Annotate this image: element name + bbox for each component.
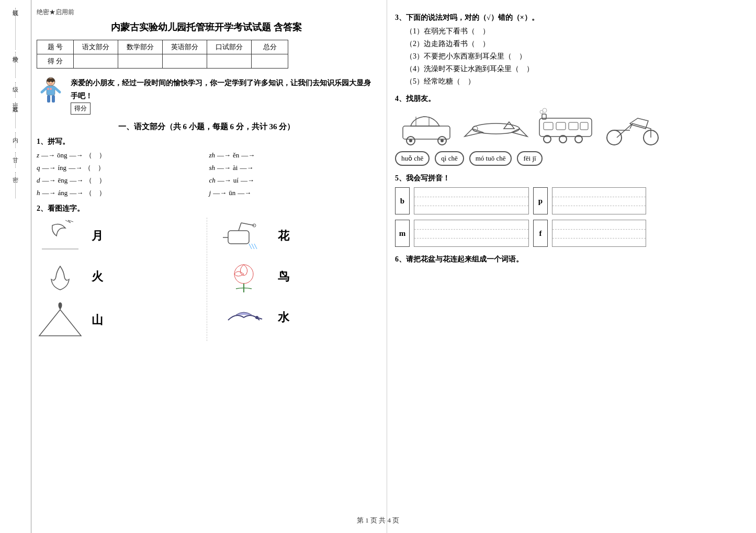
table-header-6: 总分	[252, 40, 288, 54]
q5-section: 5、我会写拼音！ b p m	[395, 174, 746, 247]
pinyin-sh: sh	[209, 164, 216, 172]
q1-pinyin-grid: z —→ ōng —→ （ ） zh —→ ěn —→ q —→ íng —→ …	[37, 151, 376, 198]
svg-line-16	[249, 244, 252, 249]
q4-section: 4、找朋友。	[395, 94, 746, 166]
score-table: 题 号 语文部分 数学部分 英语部分 口试部分 总分 得 分	[37, 40, 288, 69]
arrow-6: —→	[69, 164, 82, 172]
bird-illustration	[218, 258, 270, 295]
arrow-13: —→	[42, 189, 56, 197]
table-header-1: 题 号	[37, 40, 74, 54]
table-score-4	[207, 54, 252, 69]
q4-word-row: huǒ chē qì chē mó tuō chē fēi jī	[395, 151, 746, 166]
q4-train-img	[534, 108, 597, 147]
write-box-m	[414, 220, 529, 247]
spine-dotted-6	[15, 152, 16, 168]
pinyin-item-1: z —→ ōng —→ （ ）	[37, 151, 204, 160]
pic-section-grid: 月 火 山	[37, 218, 376, 341]
spine-class-section: 级 班	[12, 82, 19, 98]
q4-label: 4、找朋友。	[395, 94, 746, 104]
spine-dotted-3	[15, 82, 16, 98]
spine: 装订线 学校 级 班 姓名 内 甘 密	[0, 0, 31, 533]
pic-row-mountain: 山	[37, 299, 207, 341]
pinyin-ang: áng	[58, 189, 68, 197]
pic-row-water: 水	[218, 299, 377, 336]
spine-secret-section: 密	[12, 172, 19, 198]
arrow-1: —→	[41, 151, 55, 160]
pinyin-h: h	[37, 189, 40, 197]
svg-line-13	[241, 223, 254, 225]
pinyin-item-5: d —→ ēng —→ （ ）	[37, 176, 204, 185]
pic-row-moon: 月	[37, 218, 207, 254]
confidential-label: 绝密★启用前	[37, 8, 376, 17]
arrow-14: —→	[70, 189, 83, 197]
left-pic-col: 月 火 山	[37, 218, 207, 341]
bubble-motuoche: mó tuō chē	[469, 151, 512, 166]
pinyin-ong: ōng	[57, 151, 67, 160]
svg-rect-33	[544, 122, 553, 130]
spine-name-section: 姓名	[12, 102, 19, 128]
svg-rect-35	[569, 122, 578, 130]
spine-school-section: 学校	[12, 52, 19, 78]
q5-writing-rows: b p m	[395, 187, 746, 247]
pinyin-eng: ēng	[58, 176, 68, 185]
spine-dotted-4	[15, 102, 16, 128]
right-pic-col: 花 鸟	[207, 218, 377, 341]
svg-point-25	[409, 139, 412, 142]
q4-images-row	[395, 108, 746, 147]
svg-line-18	[254, 244, 257, 249]
spine-addr-section: 甘	[12, 152, 19, 168]
pinyin-ui: uí	[233, 176, 239, 185]
pinyin-un: ūn	[229, 189, 235, 197]
kid-illustration	[37, 76, 65, 105]
q3-item-2: （2）边走路边看书（ ）	[405, 39, 746, 49]
q3-item-4: （4）洗澡时不要让水跑到耳朵里（ ）	[405, 64, 746, 74]
pic-row-bird: 鸟	[218, 258, 377, 295]
pinyin-zh: zh	[209, 151, 216, 160]
svg-rect-4	[47, 95, 50, 103]
bubble-qiche: qì chē	[435, 151, 464, 166]
left-content: 绝密★启用前 内蒙古实验幼儿园托管班开学考试试题 含答案 题 号 语文部分 数学…	[31, 0, 387, 533]
table-score-5	[252, 54, 288, 69]
char-mountain: 山	[92, 312, 103, 328]
q4-car-img	[395, 110, 458, 147]
arrow-5: —→	[42, 164, 56, 172]
table-header-4: 英语部分	[163, 40, 207, 54]
svg-rect-5	[52, 95, 55, 103]
section1-title: 一、语文部分（共 6 小题，每题 6 分，共计 36 分）	[37, 122, 376, 132]
intro-text: 亲爱的小朋友，经过一段时间的愉快学习，你一定学到了许多知识，让我们去知识乐园大显…	[71, 76, 376, 117]
svg-rect-11	[228, 231, 249, 244]
q3-item-3: （3）不要把小东西塞到耳朵里（ ）	[405, 52, 746, 61]
q4-motorcycle-img	[601, 110, 664, 147]
pinyin-ch: ch	[209, 176, 216, 185]
q5-row-1: b p	[395, 187, 746, 214]
svg-point-27	[441, 139, 444, 142]
q1-label: 1、拼写。	[37, 137, 376, 146]
arrow-7: —→	[217, 164, 231, 172]
table-score-label: 得 分	[37, 54, 74, 69]
paren-1: （ ）	[85, 151, 106, 160]
svg-rect-23	[403, 126, 450, 139]
q6-label: 6、请把花盆与花连起来组成一个词语。	[395, 255, 746, 264]
q5-row-2: m f	[395, 220, 746, 247]
svg-point-9	[50, 88, 52, 90]
svg-point-7	[52, 81, 53, 83]
q3-item-5: （5）经常吃糖（ ）	[405, 77, 746, 86]
table-header-2: 语文部分	[74, 40, 118, 54]
bubble-feiji: fēi jī	[517, 151, 542, 166]
table-header-3: 数学部分	[118, 40, 163, 54]
right-content: 3、下面的说法对吗，对的（√）错的（×）。 （1）在弱光下看书（ ） （2）边走…	[387, 0, 756, 533]
moon-illustration	[37, 218, 84, 254]
spine-dotted-7	[15, 172, 16, 198]
pinyin-ing: íng	[58, 164, 67, 172]
spine-dotted-1	[15, 8, 16, 50]
pic-row-fire: 火	[37, 258, 207, 295]
pinyin-item-7: h —→ áng —→ （ ）	[37, 188, 204, 198]
train-svg	[534, 108, 597, 147]
paren-4: （ ）	[85, 188, 106, 198]
letter-f: f	[533, 220, 548, 247]
pinyin-item-6: ch —→ uí —→	[209, 176, 377, 185]
svg-point-43	[607, 130, 622, 145]
arrow-2: —→	[70, 151, 83, 160]
letter-p: p	[533, 187, 548, 214]
water-illustration	[218, 299, 270, 336]
